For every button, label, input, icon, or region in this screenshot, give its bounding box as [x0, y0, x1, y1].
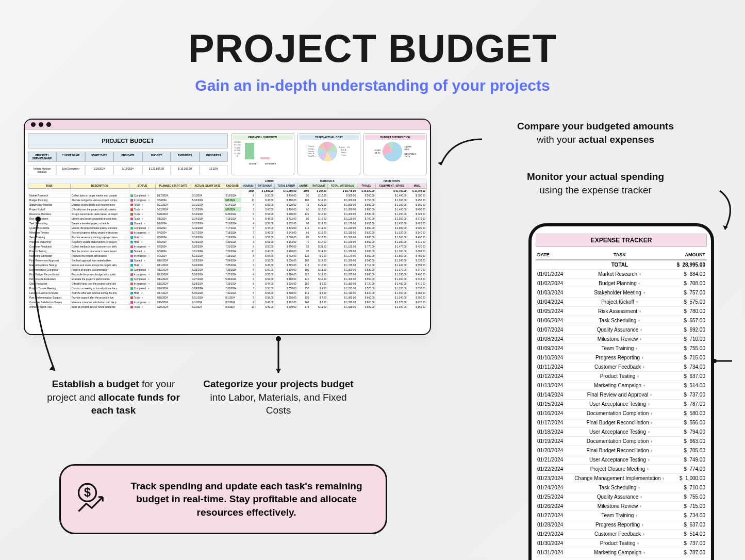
- list-item[interactable]: 01/04/2024Project Kickoff ▾$ 575.00: [536, 298, 707, 307]
- info-header: END DATE: [113, 152, 142, 162]
- info-header: PROJECT / SERVICE NAME: [28, 152, 56, 162]
- list-item[interactable]: 01/16/2024Documentation Completion ▾$ 58…: [536, 409, 707, 418]
- table-row[interactable]: Customer Satisfaction SurveyMeasure cust…: [28, 300, 427, 305]
- list-item[interactable]: 01/17/2024Final Budget Reconciliation ▾$…: [536, 418, 707, 427]
- group-header: LABOR: [241, 179, 297, 184]
- list-item[interactable]: 01/13/2024Marketing Campaign ▾$ 514.00: [536, 381, 707, 390]
- list-item[interactable]: 01/15/2024User Acceptance Testing ▾$ 787…: [536, 400, 707, 409]
- info-value: 3/12/2024: [113, 165, 142, 175]
- table-row[interactable]: Final Budget ReconciliationReconcile the…: [28, 272, 427, 277]
- table-row[interactable]: Quality AssuranceEnsure the project meet…: [28, 226, 427, 230]
- total-label: TOTAL: [568, 260, 671, 270]
- col-header: DATE: [536, 250, 568, 260]
- info-header: EXPENSES: [171, 152, 199, 162]
- list-item[interactable]: 01/29/2024Customer Feedback ▾$ 514.00: [536, 530, 707, 539]
- col-header: UNIT(S): [297, 184, 310, 189]
- info-header: START DATE: [85, 152, 113, 162]
- list-item[interactable]: 01/03/2024Stakeholder Meeting ▾$ 757.00: [536, 288, 707, 298]
- legend-item: FIXED68.7%: [375, 149, 381, 154]
- table-row[interactable]: Lessons Learned AnalysisAnalyze what was…: [28, 291, 427, 295]
- list-item[interactable]: 01/26/2024Milestone Review ▾$ 715.00: [536, 502, 707, 511]
- list-item[interactable]: 01/24/2024Task Scheduling ▾$ 710.00: [536, 483, 707, 492]
- total-amount: 28,995.00: [683, 262, 706, 268]
- list-item[interactable]: 01/09/2024Team Training ▾$ 755.00: [536, 344, 707, 353]
- table-row[interactable]: Marketing CampaignPromote the project de…: [28, 254, 427, 258]
- col-header: END DATE: [224, 184, 241, 189]
- table-row[interactable]: Risk AssessmentIdentify and assess poten…: [28, 217, 427, 221]
- list-item[interactable]: 01/08/2024Milestone Review ▾$ 710.00: [536, 335, 707, 344]
- table-row[interactable]: Resource AllocationAssign resources to t…: [28, 212, 427, 217]
- bar-label: BUDGET: [249, 162, 258, 165]
- money-growth-icon: $: [74, 481, 109, 518]
- table-row[interactable]: Budget PlanningAllocate budget for vario…: [28, 198, 427, 203]
- panel-title: FINANCIAL OVERVIEW: [233, 135, 293, 140]
- table-row[interactable]: Progress ReportingRegularly update stake…: [28, 240, 427, 244]
- info-value[interactable]: Infinite Horizon Initiative: [28, 165, 56, 175]
- table-row[interactable]: Archive Project FilesStore all project f…: [28, 305, 427, 309]
- window-controls: [25, 120, 430, 130]
- col-header: HOUR(S): [241, 184, 255, 189]
- table-row[interactable]: Project KickoffOfficially start the proj…: [28, 207, 427, 212]
- list-item[interactable]: 01/19/2024Documentation Completion ▾$ 66…: [536, 437, 707, 446]
- col-header: AMOUNT: [672, 250, 707, 260]
- page-title: PROJECT BUDGET: [0, 26, 745, 71]
- info-header: BUDGET: [142, 152, 171, 162]
- info-value[interactable]: Lyla Evergreen: [56, 165, 85, 175]
- table-row[interactable]: User Acceptance TestingEnsure end users …: [28, 263, 427, 268]
- panel-title: TASKS ACTUAL COST: [299, 135, 359, 140]
- list-item[interactable]: 01/27/2024Team Training ▾$ 734.00: [536, 511, 707, 520]
- table-row[interactable]: Market ResearchCollect data on target ma…: [28, 193, 427, 198]
- list-item[interactable]: 01/12/2024Product Testing ▾$ 637.00: [536, 372, 707, 381]
- col-header: TASK: [568, 250, 671, 260]
- window-dot[interactable]: [39, 122, 43, 127]
- arrow: [29, 216, 65, 376]
- callout-compare: Compare your budgeted amounts with your …: [482, 120, 709, 146]
- list-item[interactable]: 01/10/2024Progress Reporting ▾$ 715.00: [536, 353, 707, 363]
- table-row[interactable]: Documentation CompletionFinalize all pro…: [28, 268, 427, 272]
- list-item[interactable]: 01/18/2024User Acceptance Testing ▾$ 794…: [536, 427, 707, 437]
- table-row[interactable]: Performance EvaluationEvaluate the proje…: [28, 277, 427, 282]
- table-row[interactable]: Final Review and ApprovalGet final appro…: [28, 258, 427, 263]
- list-item[interactable]: 01/06/2024Task Scheduling ▾$ 657.00: [536, 316, 707, 325]
- tracker-table: DATE TASK AMOUNT TOTAL $ 28,995.00 01/01…: [536, 250, 707, 557]
- list-item[interactable]: 01/28/2024Progress Reporting ▾$ 637.00: [536, 520, 707, 530]
- list-item[interactable]: 01/02/2024Budget Planning ▾$ 708.00: [536, 279, 707, 288]
- arrow-line: [711, 359, 735, 363]
- table-row[interactable]: Client HandoverOfficially hand over the …: [28, 282, 427, 286]
- list-item[interactable]: 01/20/2024Final Budget Reconciliation ▾$…: [536, 446, 707, 455]
- info-value: 1/18/2024: [85, 165, 113, 175]
- table-row[interactable]: Task SchedulingCreate a detailed project…: [28, 221, 427, 226]
- table-row[interactable]: Stakeholder MeetingDiscuss project goals…: [28, 203, 427, 207]
- list-item[interactable]: 01/31/2024Marketing Campaign ▾$ 787.00: [536, 548, 707, 557]
- pie-chart: [383, 142, 402, 161]
- table-row[interactable]: Customer FeedbackCollect feedback from c…: [28, 244, 427, 249]
- info-value: 12.32%: [200, 165, 228, 175]
- list-item[interactable]: 01/22/2024Project Closure Meeting ▾$ 774…: [536, 465, 707, 474]
- table-row[interactable]: Milestone ReviewReview progress at key p…: [28, 230, 427, 235]
- svg-text:$: $: [84, 486, 91, 499]
- table-row[interactable]: Team TrainingProvide necessary training …: [28, 235, 427, 240]
- col-header: TOTAL MATERIALS: [328, 184, 357, 189]
- table-row[interactable]: Product TestingTest the product to ensur…: [28, 249, 427, 254]
- page-subtitle: Gain an in-depth understanding of your p…: [0, 77, 745, 94]
- list-item[interactable]: 01/11/2024Customer Feedback ▾$ 734.00: [536, 363, 707, 372]
- table-row[interactable]: Project Closure MeetingConduct a meeting…: [28, 286, 427, 291]
- info-value: $ 123,859.00: [142, 165, 171, 175]
- list-item[interactable]: 01/07/2024Quality Assurance ▾$ 692.00: [536, 325, 707, 335]
- group-header: MATERIALS: [297, 179, 357, 184]
- list-item[interactable]: 01/01/2024Market Research ▾$ 684.00: [536, 270, 707, 279]
- table-row[interactable]: Post-Implementation SupportProvide suppo…: [28, 295, 427, 300]
- list-item[interactable]: 01/30/2024Product Testing ▾$ 737.00: [536, 539, 707, 548]
- info-header: CLIENT NAME: [56, 152, 85, 162]
- window-dot[interactable]: [31, 122, 36, 127]
- list-item[interactable]: 01/23/2024Change Management Implementati…: [536, 474, 707, 483]
- window-dot[interactable]: [46, 122, 51, 127]
- info-header: PROGRESS: [200, 152, 228, 162]
- panel-title: BUDGET DISTRIBUTION: [365, 135, 425, 140]
- list-item[interactable]: 01/05/2024Risk Assessment ▾$ 780.00: [536, 307, 707, 316]
- col-header: TRAVEL: [357, 184, 376, 189]
- col-header: TOTAL LABOR: [275, 184, 297, 189]
- list-item[interactable]: 01/25/2024Quality Assurance ▾$ 755.00: [536, 492, 707, 502]
- list-item[interactable]: 01/21/2024User Acceptance Testing ▾$ 749…: [536, 455, 707, 465]
- list-item[interactable]: 01/14/2024Final Review and Approval ▾$ 7…: [536, 390, 707, 400]
